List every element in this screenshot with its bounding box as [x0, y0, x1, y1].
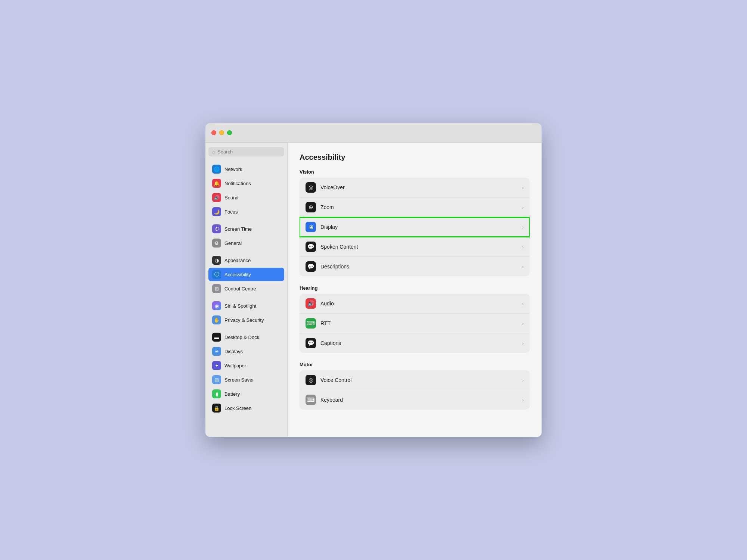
settings-row-captions[interactable]: 💬Captions›	[300, 333, 530, 353]
sidebar-item-label-appearance: Appearance	[224, 258, 251, 263]
row-label-voiceover: VoiceOver	[320, 184, 518, 190]
sidebar-item-network[interactable]: 🌐Network	[208, 162, 284, 176]
sidebar-item-label-notifications: Notifications	[224, 181, 251, 186]
title-bar	[205, 123, 542, 143]
row-label-audio: Audio	[320, 301, 518, 307]
settings-row-display[interactable]: 🖥Display›	[300, 217, 530, 237]
sidebar-separator	[208, 296, 284, 299]
network-icon: 🌐	[212, 165, 221, 174]
chevron-keyboard: ›	[522, 397, 524, 403]
search-bar[interactable]: ⌕	[208, 147, 284, 156]
settings-row-voice-control[interactable]: ◎Voice Control›	[300, 370, 530, 390]
row-label-keyboard: Keyboard	[320, 397, 518, 403]
sidebar-item-displays[interactable]: ✳Displays	[208, 345, 284, 358]
sidebar-item-lockscreen[interactable]: 🔒Lock Screen	[208, 401, 284, 415]
sidebar-item-privacy[interactable]: ✋Privacy & Security	[208, 313, 284, 327]
sidebar-item-label-battery: Battery	[224, 391, 240, 397]
row-label-spoken-content: Spoken Content	[320, 244, 518, 250]
chevron-voiceover: ›	[522, 185, 524, 190]
maximize-button[interactable]	[227, 130, 232, 135]
settings-row-zoom[interactable]: ⊕Zoom›	[300, 197, 530, 217]
sound-icon: 🔊	[212, 193, 221, 202]
audio-icon: 🔊	[306, 298, 316, 309]
controlcentre-icon: ⊞	[212, 284, 221, 293]
section-label-vision: Vision	[300, 169, 530, 175]
main-content: Accessibility Vision◎VoiceOver›⊕Zoom›🖥Di…	[288, 143, 542, 437]
settings-group-vision: ◎VoiceOver›⊕Zoom›🖥Display›💬Spoken Conten…	[300, 178, 530, 276]
sidebar-item-label-lockscreen: Lock Screen	[224, 405, 251, 411]
sidebar-item-notifications[interactable]: 🔔Notifications	[208, 177, 284, 190]
voiceover-icon: ◎	[306, 182, 316, 193]
sidebar-item-general[interactable]: ⚙General	[208, 236, 284, 250]
row-label-display: Display	[320, 224, 518, 230]
desktop-icon: ▬	[212, 333, 221, 342]
chevron-display: ›	[522, 224, 524, 230]
settings-row-voiceover[interactable]: ◎VoiceOver›	[300, 178, 530, 197]
settings-row-keyboard[interactable]: ⌨Keyboard›	[300, 390, 530, 410]
close-button[interactable]	[211, 130, 216, 135]
captions-icon: 💬	[306, 338, 316, 348]
chevron-spoken-content: ›	[522, 244, 524, 250]
sidebar-item-appearance[interactable]: ◑Appearance	[208, 253, 284, 267]
chevron-zoom: ›	[522, 205, 524, 210]
settings-row-rtt[interactable]: ⌨RTT›	[300, 314, 530, 333]
sidebar-item-label-siri: Siri & Spotlight	[224, 303, 256, 309]
sidebar: ⌕ 🌐Network🔔Notifications🔊Sound🌙Focus⏱Scr…	[205, 143, 288, 437]
sidebar-item-label-screensaver: Screen Saver	[224, 377, 254, 383]
settings-group-motor: ◎Voice Control›⌨Keyboard›	[300, 370, 530, 410]
row-label-rtt: RTT	[320, 320, 518, 326]
rtt-icon: ⌨	[306, 318, 316, 329]
spoken-content-icon: 💬	[306, 242, 316, 252]
section-label-motor: Motor	[300, 362, 530, 367]
chevron-voice-control: ›	[522, 377, 524, 383]
sidebar-item-desktop[interactable]: ▬Desktop & Dock	[208, 330, 284, 344]
settings-row-descriptions[interactable]: 💬Descriptions›	[300, 257, 530, 276]
voice-control-icon: ◎	[306, 375, 316, 385]
sidebar-item-label-general: General	[224, 240, 242, 246]
wallpaper-icon: ✦	[212, 361, 221, 370]
sidebar-item-screensaver[interactable]: ▨Screen Saver	[208, 373, 284, 386]
sidebar-separator	[208, 251, 284, 253]
sidebar-item-accessibility[interactable]: ⓘAccessibility	[208, 268, 284, 281]
sidebar-item-controlcentre[interactable]: ⊞Control Centre	[208, 282, 284, 295]
screensaver-icon: ▨	[212, 375, 221, 384]
row-label-zoom: Zoom	[320, 204, 518, 210]
notifications-icon: 🔔	[212, 179, 221, 188]
sidebar-item-wallpaper[interactable]: ✦Wallpaper	[208, 359, 284, 372]
keyboard-icon: ⌨	[306, 395, 316, 405]
sidebar-item-label-focus: Focus	[224, 209, 238, 215]
focus-icon: 🌙	[212, 207, 221, 216]
search-icon: ⌕	[212, 149, 215, 155]
settings-row-spoken-content[interactable]: 💬Spoken Content›	[300, 237, 530, 257]
settings-group-hearing: 🔊Audio›⌨RTT›💬Captions›	[300, 294, 530, 353]
appearance-icon: ◑	[212, 256, 221, 265]
content-area: ⌕ 🌐Network🔔Notifications🔊Sound🌙Focus⏱Scr…	[205, 143, 542, 437]
battery-icon: ▮	[212, 389, 221, 398]
search-input[interactable]	[217, 149, 280, 155]
siri-icon: ◉	[212, 301, 221, 310]
sidebar-items-list: 🌐Network🔔Notifications🔊Sound🌙Focus⏱Scree…	[208, 162, 284, 415]
sidebar-item-sound[interactable]: 🔊Sound	[208, 191, 284, 204]
chevron-descriptions: ›	[522, 264, 524, 270]
sidebar-item-siri[interactable]: ◉Siri & Spotlight	[208, 299, 284, 312]
chevron-audio: ›	[522, 301, 524, 307]
minimize-button[interactable]	[219, 130, 224, 135]
sidebar-item-label-accessibility: Accessibility	[224, 272, 251, 277]
section-label-hearing: Hearing	[300, 285, 530, 291]
sidebar-item-focus[interactable]: 🌙Focus	[208, 205, 284, 218]
row-label-voice-control: Voice Control	[320, 377, 518, 383]
accessibility-icon: ⓘ	[212, 270, 221, 279]
settings-row-audio[interactable]: 🔊Audio›	[300, 294, 530, 314]
sidebar-separator	[208, 327, 284, 330]
sidebar-item-label-controlcentre: Control Centre	[224, 286, 256, 292]
sidebar-item-battery[interactable]: ▮Battery	[208, 387, 284, 401]
traffic-lights	[211, 130, 232, 135]
displays-icon: ✳	[212, 347, 221, 356]
chevron-captions: ›	[522, 340, 524, 346]
sidebar-item-label-displays: Displays	[224, 349, 243, 354]
display-icon: 🖥	[306, 222, 316, 232]
sections-container: Vision◎VoiceOver›⊕Zoom›🖥Display›💬Spoken …	[300, 169, 530, 410]
sidebar-separator	[208, 219, 284, 222]
sidebar-item-screentime[interactable]: ⏱Screen Time	[208, 222, 284, 236]
sidebar-item-label-network: Network	[224, 167, 242, 172]
